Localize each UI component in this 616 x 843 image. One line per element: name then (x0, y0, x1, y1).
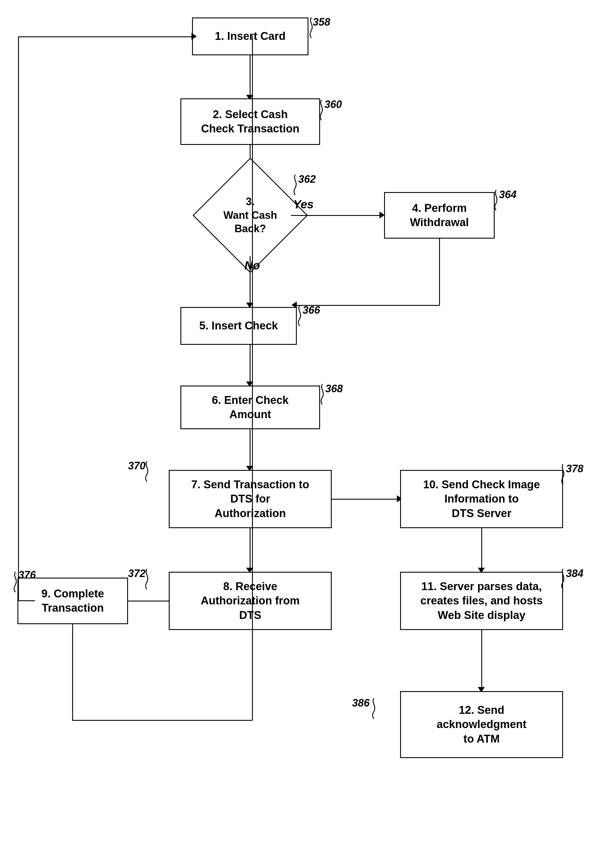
ref-364: 364 (499, 189, 516, 201)
box-server-parses: 11. Server parses data, creates files, a… (400, 572, 563, 630)
arrow-6-7 (250, 429, 251, 467)
box-send-transaction: 7. Send Transaction to DTS for Authoriza… (169, 470, 332, 528)
diamond-text: 3. Want Cash Back? (210, 195, 291, 236)
ref-370: 370 (128, 460, 145, 472)
ref-368: 368 (325, 383, 343, 395)
ref-360: 360 (324, 98, 342, 111)
box-perform-withdrawal: 4. Perform Withdrawal (384, 192, 495, 239)
loop-top-h (18, 37, 193, 37)
flowchart-diagram: 1. Insert Card 358 2. Select Cash Check … (0, 0, 616, 843)
arrow-7-10-h (332, 499, 399, 500)
loop-left-v-up (18, 37, 19, 601)
squiggle-358 (307, 16, 316, 39)
squiggle-386 (370, 697, 378, 720)
ref-384: 384 (566, 567, 584, 580)
ref-376: 376 (18, 569, 36, 581)
box-insert-card: 1. Insert Card (192, 18, 308, 55)
arrow-loop-bottom-h (72, 720, 252, 721)
ref-386: 386 (352, 697, 370, 709)
box-select-cash-check: 2. Select Cash Check Transaction (180, 98, 320, 145)
arrow-5-6 (250, 345, 251, 383)
box-insert-check: 5. Insert Check (180, 307, 297, 345)
loop-left-h (18, 600, 35, 601)
arrow-1-2 (250, 55, 251, 96)
arrow-4-5-v (439, 239, 440, 305)
arrowhead-loop-top (191, 33, 197, 40)
ref-378: 378 (566, 463, 584, 475)
ref-362: 362 (298, 173, 316, 185)
arrow-7-8 (250, 528, 251, 569)
yes-label: Yes (293, 198, 314, 211)
box-enter-check-amount: 6. Enter Check Amount (180, 386, 320, 429)
ref-372: 372 (128, 567, 145, 580)
box-send-ack: 12. Send acknowledgment to ATM (400, 691, 563, 758)
arrow-10-11 (481, 528, 482, 569)
arrow-yes-h (291, 215, 381, 216)
diamond-cash-back: 3. Want Cash Back? (210, 174, 291, 256)
ref-366: 366 (303, 304, 320, 316)
arrow-loop-down (72, 624, 73, 720)
arrow-11-12 (481, 630, 482, 688)
arrow-no-v (250, 256, 251, 304)
box-receive-auth: 8. Receive Authorization from DTS (169, 572, 332, 630)
box-send-check-image: 10. Send Check Image Information to DTS … (400, 470, 563, 528)
arrow-loop-up (252, 36, 253, 720)
